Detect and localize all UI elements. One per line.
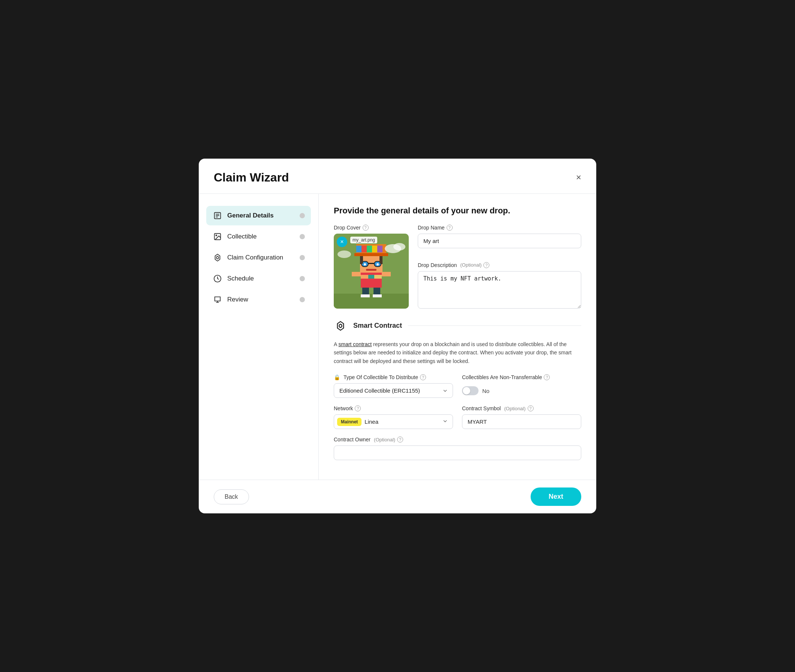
svg-rect-33	[368, 263, 374, 264]
contract-symbol-help-icon[interactable]: ?	[528, 405, 534, 411]
drop-description-group: Drop Description (Optional) ?	[418, 262, 581, 309]
non-transferable-toggle-row: No	[462, 386, 581, 395]
contract-owner-help-icon[interactable]: ?	[397, 437, 403, 443]
svg-rect-20	[382, 272, 391, 276]
svg-rect-16	[373, 288, 380, 295]
svg-marker-42	[338, 322, 344, 330]
drop-description-help-icon[interactable]: ?	[483, 262, 489, 268]
contract-owner-row: Contract Owner (Optional) ?	[334, 437, 581, 460]
svg-rect-11	[361, 271, 382, 288]
modal-body: General Details Collectible	[199, 194, 596, 480]
non-transferable-group: Collectibles Are Non-Transferrable ? No	[462, 374, 581, 398]
contract-symbol-label: Contract Symbol (Optional) ?	[462, 405, 581, 411]
drop-cover-area: × my_art.png	[334, 234, 409, 309]
divider-line	[408, 325, 581, 326]
sidebar-label-schedule: Schedule	[227, 275, 300, 282]
svg-marker-7	[216, 256, 219, 259]
non-transferable-toggle[interactable]	[462, 386, 478, 395]
network-group: Network ? Mainnet Linea Ethereum Polygon…	[334, 405, 453, 429]
top-form-row: Drop Cover ? × my_art.png	[334, 225, 581, 309]
drop-name-group: Drop Name ?	[418, 225, 581, 256]
svg-rect-25	[362, 246, 367, 252]
drop-cover-group: Drop Cover ? × my_art.png	[334, 225, 409, 309]
smart-contract-description: A smart contract represents your drop on…	[334, 340, 581, 365]
smart-contract-link[interactable]: smart contract	[338, 341, 372, 347]
lock-icon: 🔒	[334, 374, 340, 380]
network-help-icon[interactable]: ?	[355, 405, 361, 411]
sidebar-label-claim-configuration: Claim Configuration	[227, 254, 300, 261]
sidebar-label-collectible: Collectible	[227, 233, 300, 240]
smart-contract-divider: Smart Contract	[334, 319, 581, 333]
cover-filename: my_art.png	[350, 237, 377, 243]
network-badge: Mainnet	[337, 418, 362, 426]
claim-configuration-icon	[212, 252, 223, 263]
svg-rect-31	[364, 263, 366, 266]
contract-symbol-group: Contract Symbol (Optional) ?	[462, 405, 581, 429]
sidebar-item-review[interactable]: Review	[206, 290, 311, 309]
network-label: Network ?	[334, 405, 453, 411]
close-button[interactable]: ×	[576, 173, 581, 182]
drop-name-input[interactable]	[418, 234, 581, 248]
cover-remove-button[interactable]: ×	[337, 237, 347, 247]
sidebar-dot-review	[300, 297, 305, 302]
smart-contract-icon	[334, 319, 347, 333]
drop-cover-label: Drop Cover ?	[334, 225, 409, 230]
svg-rect-38	[379, 256, 382, 264]
sidebar-item-schedule[interactable]: Schedule	[206, 269, 311, 288]
drop-name-label: Drop Name ?	[418, 225, 581, 230]
svg-rect-15	[362, 288, 369, 295]
type-collectible-group: 🔒 Type Of Collectible To Distribute ? Ed…	[334, 374, 453, 398]
contract-owner-input[interactable]	[334, 445, 581, 460]
general-details-icon	[212, 210, 223, 221]
type-nontransfer-row: 🔒 Type Of Collectible To Distribute ? Ed…	[334, 374, 581, 398]
svg-point-40	[394, 243, 405, 251]
sidebar-label-review: Review	[227, 296, 300, 303]
sidebar-dot-schedule	[300, 276, 305, 281]
svg-rect-28	[377, 246, 382, 252]
claim-wizard-modal: Claim Wizard × General Details	[199, 158, 596, 514]
sidebar-item-claim-configuration[interactable]: Claim Configuration	[206, 248, 311, 267]
svg-rect-10	[334, 294, 409, 309]
sidebar-label-general-details: General Details	[227, 212, 300, 219]
svg-rect-19	[352, 272, 361, 276]
svg-rect-26	[367, 246, 372, 252]
schedule-icon	[212, 274, 223, 284]
next-button[interactable]: Next	[531, 488, 581, 506]
svg-rect-23	[354, 253, 388, 256]
main-content: Provide the general details of your new …	[319, 194, 596, 480]
modal-header: Claim Wizard ×	[199, 158, 596, 194]
contract-symbol-input[interactable]	[462, 414, 581, 429]
drop-name-help-icon[interactable]: ?	[446, 225, 453, 230]
svg-rect-14	[374, 275, 382, 278]
type-collectible-select[interactable]: Editioned Collectible (ERC1155) Open Edi…	[334, 383, 453, 398]
drop-cover-help-icon[interactable]: ?	[363, 225, 369, 230]
svg-rect-12	[361, 275, 368, 278]
review-icon	[212, 294, 223, 305]
network-symbol-row: Network ? Mainnet Linea Ethereum Polygon…	[334, 405, 581, 429]
sidebar: General Details Collectible	[199, 194, 319, 480]
svg-rect-17	[361, 294, 370, 298]
network-select[interactable]: Linea Ethereum Polygon Base	[362, 415, 453, 429]
non-transferable-value-label: No	[482, 388, 489, 394]
drop-description-input[interactable]	[418, 271, 581, 309]
svg-point-41	[338, 251, 351, 258]
modal-footer: Back Next	[199, 480, 596, 514]
svg-point-5	[216, 235, 217, 236]
sidebar-dot-general-details	[300, 213, 305, 218]
smart-contract-title: Smart Contract	[353, 322, 402, 330]
toggle-knob	[463, 387, 470, 395]
type-help-icon[interactable]: ?	[420, 374, 426, 380]
contract-owner-label: Contract Owner (Optional) ?	[334, 437, 581, 443]
modal-title: Claim Wizard	[214, 171, 289, 184]
sidebar-item-general-details[interactable]: General Details	[206, 206, 311, 226]
sidebar-dot-claim-configuration	[300, 255, 305, 260]
svg-marker-43	[339, 324, 342, 327]
non-transferable-help-icon[interactable]: ?	[544, 374, 550, 380]
type-collectible-label: 🔒 Type Of Collectible To Distribute ?	[334, 374, 453, 380]
sidebar-item-collectible[interactable]: Collectible	[206, 227, 311, 246]
back-button[interactable]: Back	[214, 490, 249, 504]
svg-rect-24	[356, 246, 362, 252]
svg-rect-32	[376, 263, 379, 266]
contract-owner-group: Contract Owner (Optional) ?	[334, 437, 581, 460]
non-transferable-label: Collectibles Are Non-Transferrable ?	[462, 374, 581, 380]
